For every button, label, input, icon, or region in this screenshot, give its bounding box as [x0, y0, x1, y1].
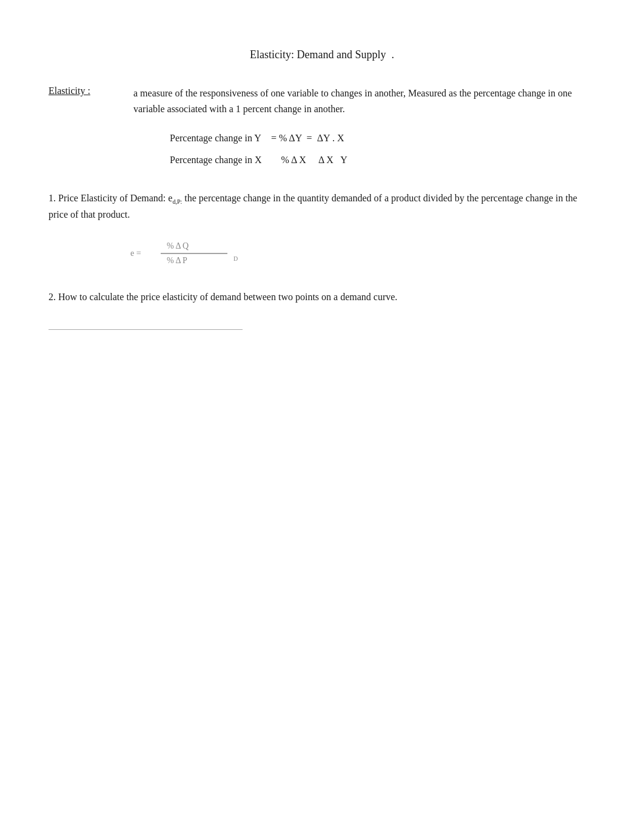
elasticity-label: Elasticity :	[49, 86, 121, 172]
section1-sub: d,P:	[172, 198, 182, 205]
formula-y-line: Percentage change in Y = % ΔY = ΔY . X	[170, 129, 595, 148]
section2-paragraph: 2. How to calculate the price elasticity…	[49, 289, 595, 305]
svg-text:% Δ Q: % Δ Q	[167, 241, 189, 250]
definition-body: a measure of the responsiveness of one v…	[133, 88, 572, 114]
formula-x-label: Percentage change in X	[170, 150, 261, 170]
svg-text:% Δ P: % Δ P	[167, 256, 187, 265]
formula-svg: % Δ Q % Δ P e = D	[124, 238, 246, 268]
page-title: Elasticity: Demand and Supply .	[49, 49, 595, 61]
section-1: 1. Price Elasticity of Demand: ed,P: the…	[49, 190, 595, 271]
definition-section: Elasticity : a measure of the responsive…	[49, 86, 595, 172]
formula-y-label: Percentage change in Y	[170, 129, 261, 148]
svg-text:e =: e =	[130, 249, 141, 258]
title-text: Elasticity: Demand and Supply	[250, 49, 386, 61]
section1-paragraph: 1. Price Elasticity of Demand: ed,P: the…	[49, 190, 595, 223]
formula-x-line: Percentage change in X % Δ X Δ X Y	[170, 150, 595, 170]
formula-y-eq: = % ΔY = ΔY . X	[266, 129, 344, 148]
section-2: 2. How to calculate the price elasticity…	[49, 289, 595, 305]
section1-label: 1. Price Elasticity of Demand: e	[49, 193, 172, 203]
elasticity-definition: a measure of the responsiveness of one v…	[133, 86, 595, 172]
title-period: .	[391, 49, 394, 61]
formula-image: % Δ Q % Δ P e = D	[109, 235, 261, 271]
formula-x-eq: % Δ X Δ X Y	[266, 150, 347, 170]
svg-text:D: D	[233, 255, 238, 262]
bottom-line	[49, 329, 243, 330]
formula-block: Percentage change in Y = % ΔY = ΔY . X P…	[170, 129, 595, 170]
